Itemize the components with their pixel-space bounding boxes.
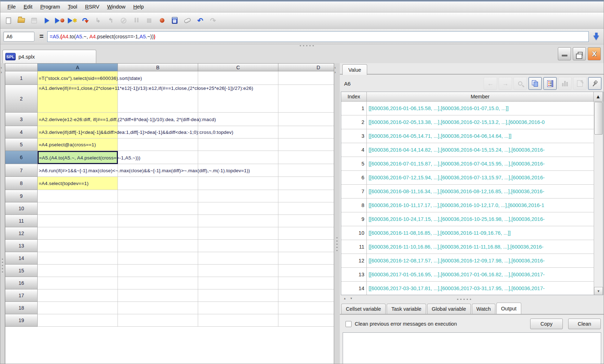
menu-file[interactable]: File xyxy=(4,2,19,11)
cell-C10[interactable] xyxy=(198,202,278,215)
cell-A19[interactable] xyxy=(38,314,118,327)
cell-B9[interactable] xyxy=(118,190,198,202)
tab-value[interactable]: Value xyxy=(342,64,367,75)
cell-B15[interactable] xyxy=(118,265,198,277)
row-header-16[interactable]: 16 xyxy=(5,277,38,289)
step-over-icon[interactable] xyxy=(80,15,91,26)
row-header-14[interactable]: 14 xyxy=(5,252,38,265)
tab-cellset-variable[interactable]: Cellset variable xyxy=(341,304,386,314)
splitter-updown-icon[interactable]: ▲ ▼ xyxy=(343,297,354,300)
cell-D13[interactable] xyxy=(278,240,334,252)
tab-global-variable[interactable]: Global variable xyxy=(427,304,471,314)
scrollbar-thumb[interactable] xyxy=(594,102,603,135)
copy-value-icon[interactable] xyxy=(528,77,542,90)
column-header-index[interactable]: Index xyxy=(341,92,367,102)
scroll-down-icon[interactable]: ▼ xyxy=(594,287,603,295)
cell-B13[interactable] xyxy=(118,240,198,252)
cell-C8[interactable] xyxy=(198,177,278,190)
cell-B12[interactable] xyxy=(118,227,198,240)
cell-D9[interactable] xyxy=(278,190,334,202)
cell-D14[interactable] xyxy=(278,252,334,265)
row-header-11[interactable]: 11 xyxy=(5,215,38,227)
execute-icon[interactable] xyxy=(42,15,52,26)
row-header-5[interactable]: 5 xyxy=(5,138,38,151)
row-header-13[interactable]: 13 xyxy=(5,240,38,252)
cell-D18[interactable] xyxy=(278,302,334,314)
cell-A6[interactable]: =A5.(A4.to(A5.~, A4.pselect(cross==-1,A5… xyxy=(38,151,118,164)
new-file-icon[interactable] xyxy=(3,15,14,26)
row-header-18[interactable]: 18 xyxy=(5,302,38,314)
cell-A17[interactable] xyxy=(38,289,118,302)
close-button[interactable]: X xyxy=(588,47,601,60)
row-header-10[interactable]: 10 xyxy=(5,202,38,215)
value-row-1[interactable]: 1[[600036,2016-01-06,15.58, ...],[600036… xyxy=(341,102,594,115)
cell-D4[interactable] xyxy=(278,126,334,138)
cell-A10[interactable] xyxy=(38,202,118,215)
left-splitter-grip-icon[interactable] xyxy=(2,259,3,273)
value-row-10[interactable]: 10[[600036,2016-11-08,16.85, ...],[60003… xyxy=(341,226,594,240)
cell-A8[interactable]: =A4.select(topdev==1) xyxy=(38,177,118,190)
menu-help[interactable]: Help xyxy=(130,2,147,11)
row-header-1[interactable]: 1 xyxy=(5,71,38,85)
restore-button[interactable] xyxy=(573,47,586,60)
cell-C14[interactable] xyxy=(198,252,278,265)
expand-formula-button[interactable] xyxy=(590,31,602,43)
row-header-6[interactable]: 6 xyxy=(5,151,38,164)
cell-B10[interactable] xyxy=(118,202,198,215)
cell-C12[interactable] xyxy=(198,227,278,240)
row-header-19[interactable]: 19 xyxy=(5,314,38,327)
value-row-4[interactable]: 4[[600036,2016-04-14,14.82, ...],[600036… xyxy=(341,143,594,157)
undo-icon[interactable]: ↶ xyxy=(195,15,206,26)
tab-output[interactable]: Output xyxy=(496,303,521,314)
menu-window[interactable]: Window xyxy=(104,2,129,11)
cell-D12[interactable] xyxy=(278,227,334,240)
clean-errors-checkbox[interactable] xyxy=(345,321,352,327)
open-file-icon[interactable] xyxy=(16,15,27,26)
row-header-12[interactable]: 12 xyxy=(5,227,38,240)
clean-button[interactable]: Clean xyxy=(568,319,601,329)
cell-A14[interactable] xyxy=(38,252,118,265)
menu-tool[interactable]: Tool xyxy=(64,2,81,11)
cell-D17[interactable] xyxy=(278,289,334,302)
cell-B17[interactable] xyxy=(118,289,198,302)
cell-B8[interactable] xyxy=(118,177,198,190)
cell-D16[interactable] xyxy=(278,277,334,289)
cell-B14[interactable] xyxy=(118,252,198,265)
cell-D11[interactable] xyxy=(278,215,334,227)
cell-C18[interactable] xyxy=(198,302,278,314)
copy-button[interactable]: Copy xyxy=(530,319,563,329)
tab-watch[interactable]: Watch xyxy=(472,304,496,314)
column-header-B[interactable]: B xyxy=(118,64,198,71)
value-row-2[interactable]: 2[[600036,2016-02-05,13.38, ...],[600036… xyxy=(341,115,594,129)
value-row-12[interactable]: 12[[600036,2016-12-08,17.57, ...],[60003… xyxy=(341,254,594,268)
splitter-grip-icon[interactable] xyxy=(300,45,314,47)
cell-D3[interactable] xyxy=(278,113,334,126)
cell-C17[interactable] xyxy=(198,289,278,302)
value-row-3[interactable]: 3[[600036,2016-04-05,14.71, ...],[600036… xyxy=(341,129,594,143)
menu-edit[interactable]: Edit xyxy=(20,2,36,11)
value-row-13[interactable]: 13[[600036,2017-01-05,16.95, ...],[60003… xyxy=(341,268,594,282)
document-tab[interactable]: SPL p4.splx xyxy=(2,50,96,63)
cell-A9[interactable] xyxy=(38,190,118,202)
calculator-icon[interactable] xyxy=(169,15,180,26)
menu-rsrv[interactable]: RSRV xyxy=(82,2,103,11)
execute-to-cursor-icon[interactable] xyxy=(54,15,65,26)
cell-B5[interactable] xyxy=(118,138,198,151)
panel-divider[interactable]: ‹› xyxy=(334,63,340,364)
scrollbar-track[interactable] xyxy=(594,135,603,287)
cell-D10[interactable] xyxy=(278,202,334,215)
cell-B11[interactable] xyxy=(118,215,198,227)
cell-A4[interactable]: =A3.derive(if(diff[-1]<dea[-1]&&diff>dea… xyxy=(38,126,118,138)
breakpoint-icon[interactable] xyxy=(157,15,167,26)
collapse-right-icon[interactable]: ‹› xyxy=(334,65,336,75)
pin-icon[interactable] xyxy=(588,77,602,90)
collapse-left-icon[interactable]: ‹› xyxy=(1,65,2,75)
cell-A5[interactable]: =A4.pselect@a(cross==1) xyxy=(38,138,118,151)
grid-corner-cell[interactable] xyxy=(5,64,38,71)
cell-A7[interactable]: >A6.run(if(#>1&&~[-1].max(close)<~.max(c… xyxy=(38,164,118,177)
formula-input[interactable]: =A5.(A4.to(A5.~, A4.pselect(cross==-1,A5… xyxy=(47,31,589,42)
value-row-7[interactable]: 7[[600036,2016-08-11,16.34, ...],[600036… xyxy=(341,185,594,199)
row-header-2[interactable]: 2 xyxy=(5,85,38,113)
cell-C6[interactable] xyxy=(198,151,278,164)
cell-C1[interactable] xyxy=(198,71,278,85)
